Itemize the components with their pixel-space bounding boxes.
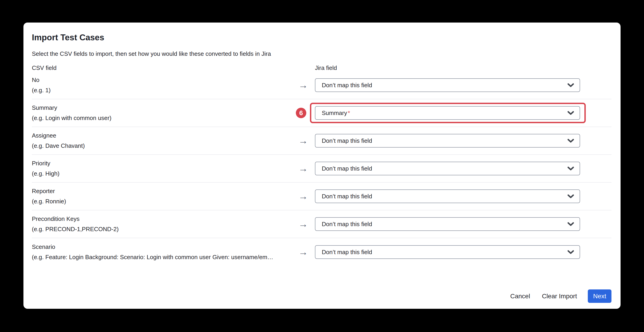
jira-field-select[interactable]: Don’t map this field [315, 134, 580, 148]
column-headers: CSV field Jira field [32, 64, 612, 72]
chevron-down-icon [567, 250, 574, 254]
csv-field-example: (e.g. Dave Chavant) [32, 141, 291, 151]
csv-field-name: Summary [32, 103, 291, 113]
jira-field-cell: 6 Summary* [315, 106, 580, 120]
jira-field-select-value: Don’t map this field [322, 221, 372, 228]
arrow-right-icon: → [291, 164, 315, 173]
arrow-right-icon: → [291, 136, 315, 146]
jira-field-select-value: Don’t map this field [322, 137, 372, 144]
arrow-right-icon: → [291, 80, 315, 90]
csv-field-cell: Assignee (e.g. Dave Chavant) [32, 131, 291, 151]
jira-field-select[interactable]: Don’t map this field [315, 78, 580, 92]
import-test-cases-dialog: Import Test Cases Select the CSV fields … [24, 23, 620, 309]
jira-field-cell: Don’t map this field [315, 134, 580, 148]
jira-field-cell: Don’t map this field [315, 245, 580, 259]
csv-field-name: Precondition Keys [32, 214, 291, 224]
jira-field-cell: Don’t map this field [315, 162, 580, 175]
csv-field-cell: Summary (e.g. Login with common user) [32, 103, 291, 123]
field-mapping-row: Reporter (e.g. Ronnie) → Don’t map this … [32, 183, 612, 210]
column-header-spacer [291, 64, 315, 72]
csv-field-cell: Precondition Keys (e.g. PRECOND-1,PRECON… [32, 214, 291, 234]
step-badge: 6 [296, 108, 306, 118]
jira-field-column-header: Jira field [315, 64, 612, 72]
jira-field-cell: Don’t map this field [315, 217, 580, 231]
field-mapping-row: Assignee (e.g. Dave Chavant) → Don’t map… [32, 127, 612, 155]
csv-field-example: (e.g. High) [32, 169, 291, 179]
jira-field-select[interactable]: Summary* [315, 106, 580, 120]
dialog-title: Import Test Cases [32, 33, 612, 43]
field-mapping-row: Scenario (e.g. Feature: Login Background… [32, 238, 612, 266]
field-mapping-row: Precondition Keys (e.g. PRECOND-1,PRECON… [32, 210, 612, 238]
csv-field-name: Assignee [32, 131, 291, 141]
chevron-down-icon [567, 111, 574, 115]
jira-field-select[interactable]: Don’t map this field [315, 245, 580, 259]
csv-field-example: (e.g. Login with common user) [32, 113, 291, 123]
csv-field-example: (e.g. 1) [32, 85, 291, 95]
csv-field-cell: Reporter (e.g. Ronnie) [32, 186, 291, 207]
jira-field-select-value: Summary* [322, 110, 350, 117]
jira-field-select[interactable]: Don’t map this field [315, 162, 580, 175]
csv-field-name: Priority [32, 158, 291, 169]
field-mapping-list: No (e.g. 1) → Don’t map this field Summa… [32, 72, 612, 266]
arrow-right-icon: → [291, 247, 315, 257]
jira-field-select[interactable]: Don’t map this field [315, 189, 580, 203]
jira-field-select-value: Don’t map this field [322, 193, 372, 200]
field-mapping-row: Summary (e.g. Login with common user) → … [32, 99, 612, 127]
jira-field-select-value: Don’t map this field [322, 165, 372, 172]
field-mapping-row: No (e.g. 1) → Don’t map this field [32, 72, 612, 99]
csv-field-example: (e.g. PRECOND-1,PRECOND-2) [32, 224, 291, 234]
jira-field-select-value: Don’t map this field [322, 82, 372, 89]
csv-field-cell: Scenario (e.g. Feature: Login Background… [32, 242, 291, 262]
chevron-down-icon [567, 83, 574, 87]
csv-field-name: Scenario [32, 242, 291, 252]
csv-field-example: (e.g. Ronnie) [32, 196, 291, 207]
field-mapping-row: Priority (e.g. High) → Don’t map this fi… [32, 155, 612, 183]
chevron-down-icon [567, 139, 574, 143]
required-asterisk: * [348, 110, 350, 116]
csv-field-cell: No (e.g. 1) [32, 75, 291, 95]
csv-field-name: No [32, 75, 291, 85]
csv-field-column-header: CSV field [32, 64, 291, 72]
csv-field-example: (e.g. Feature: Login Background: Scenari… [32, 252, 291, 262]
csv-field-cell: Priority (e.g. High) [32, 158, 291, 179]
clear-import-button[interactable]: Clear Import [536, 289, 583, 303]
chevron-down-icon [567, 222, 574, 226]
chevron-down-icon [567, 194, 574, 199]
arrow-right-icon: → [291, 191, 315, 201]
next-button[interactable]: Next [588, 289, 612, 303]
cancel-button[interactable]: Cancel [504, 289, 536, 303]
dialog-subtitle: Select the CSV fields to import, then se… [32, 50, 612, 58]
dialog-footer: Cancel Clear Import Next [32, 289, 612, 303]
arrow-right-icon: → [291, 219, 315, 229]
jira-field-select[interactable]: Don’t map this field [315, 217, 580, 231]
csv-field-name: Reporter [32, 186, 291, 196]
chevron-down-icon [567, 166, 574, 171]
jira-field-select-value: Don’t map this field [322, 249, 372, 256]
jira-field-cell: Don’t map this field [315, 78, 580, 92]
jira-field-cell: Don’t map this field [315, 189, 580, 203]
